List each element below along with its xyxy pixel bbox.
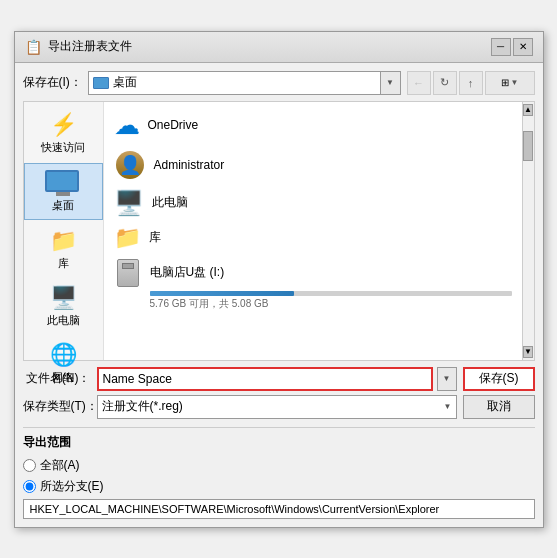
filetype-row: 保存类型(T)： 注册文件(*.reg) ▼ 取消 <box>23 395 535 419</box>
view-chevron-icon: ▼ <box>511 78 519 87</box>
refresh-icon: ↻ <box>440 76 449 89</box>
path-dropdown-arrow[interactable]: ▼ <box>380 72 400 94</box>
up-icon: ↑ <box>468 77 474 89</box>
list-item[interactable]: 📁 库 <box>108 221 518 255</box>
all-radio-label: 全部(A) <box>40 457 80 474</box>
user-icon: 👤 <box>114 149 146 181</box>
close-button[interactable]: ✕ <box>513 38 533 56</box>
desktop-icon-small <box>93 77 109 89</box>
current-path-text: 桌面 <box>113 74 137 91</box>
filetype-value: 注册文件(*.reg) <box>102 398 183 415</box>
usb-connector <box>122 263 134 269</box>
scrollbar-thumb[interactable] <box>523 131 533 161</box>
refresh-button[interactable]: ↻ <box>433 71 457 95</box>
right-panel: ☁ OneDrive 👤 Administrator <box>104 102 522 360</box>
view-icon: ⊞ <box>501 77 509 88</box>
file-item-name: 库 <box>149 229 161 246</box>
cancel-btn-label: 取消 <box>487 398 511 415</box>
list-item[interactable]: 🖥️ 此电脑 <box>108 185 518 221</box>
back-icon: ← <box>413 77 424 89</box>
filename-dropdown[interactable]: ▼ <box>437 367 457 391</box>
path-combo[interactable]: 桌面 ▼ <box>88 71 401 95</box>
all-radio-row: 全部(A) <box>23 457 535 474</box>
title-bar: 📋 导出注册表文件 ─ ✕ <box>15 32 543 63</box>
scrollbar-up-btn[interactable]: ▲ <box>523 104 533 116</box>
desktop-icon <box>45 170 81 196</box>
bottom-fields: 文件名(N)： ▼ 保存(S) 保存类型(T)： 注册文件(*.reg) ▼ <box>23 367 535 419</box>
content-area: ⚡ 快速访问 桌面 📁 库 🖥️ 此电脑 <box>23 101 535 361</box>
file-item-name: OneDrive <box>148 118 199 132</box>
sidebar-computer-label: 此电脑 <box>47 313 80 328</box>
save-location-label: 保存在(I)： <box>23 74 82 91</box>
dialog-title: 导出注册表文件 <box>48 38 485 55</box>
filename-label: 文件名(N)： <box>23 370 91 387</box>
selected-radio-row: 所选分支(E) <box>23 478 535 495</box>
list-item[interactable]: 电脑店U盘 (I:) 5.76 GB 可用，共 5.08 GB <box>108 255 518 315</box>
selected-radio[interactable] <box>23 480 36 493</box>
content-scroll-wrap: ☁ OneDrive 👤 Administrator <box>104 102 534 360</box>
computer-icon: 🖥️ <box>50 285 77 311</box>
export-registry-dialog: 📋 导出注册表文件 ─ ✕ 保存在(I)： 桌面 ▼ ← <box>14 31 544 528</box>
file-item-name: 电脑店U盘 (I:) <box>150 264 225 281</box>
desktop-screen <box>45 170 79 192</box>
chevron-down-icon: ▼ <box>443 374 451 383</box>
sidebar-desktop-label: 桌面 <box>52 198 74 213</box>
sidebar-item-computer[interactable]: 🖥️ 此电脑 <box>24 279 103 334</box>
usb-drive-icon <box>114 259 142 287</box>
cancel-button[interactable]: 取消 <box>463 395 535 419</box>
storage-bar-fill <box>150 291 295 296</box>
nav-buttons: ← ↻ ↑ ⊞ ▼ <box>407 71 535 95</box>
quickaccess-icon: ⚡ <box>50 112 77 138</box>
save-button[interactable]: 保存(S) <box>463 367 535 391</box>
scrollbar[interactable]: ▲ ▼ <box>522 102 534 360</box>
filename-row: 文件名(N)： ▼ 保存(S) <box>23 367 535 391</box>
library-icon: 📁 <box>50 228 77 254</box>
filetype-label: 保存类型(T)： <box>23 398 91 415</box>
view-button[interactable]: ⊞ ▼ <box>485 71 535 95</box>
storage-info-text: 5.76 GB 可用，共 5.08 GB <box>150 298 269 309</box>
export-section: 导出范围 全部(A) 所选分支(E) HKEY_LOCAL_MACHINE\SO… <box>23 427 535 519</box>
scrollbar-down-btn[interactable]: ▼ <box>523 346 533 358</box>
filetype-combo[interactable]: 注册文件(*.reg) ▼ <box>97 395 457 419</box>
back-button[interactable]: ← <box>407 71 431 95</box>
toolbar-row: 保存在(I)： 桌面 ▼ ← ↻ ↑ <box>23 71 535 95</box>
sidebar-item-quickaccess[interactable]: ⚡ 快速访问 <box>24 106 103 161</box>
filename-input[interactable] <box>97 367 433 391</box>
network-icon: 🌐 <box>50 342 77 368</box>
desktop-stand <box>56 192 70 196</box>
sidebar-quickaccess-label: 快速访问 <box>41 140 85 155</box>
file-item-name: Administrator <box>154 158 225 172</box>
left-panel: ⚡ 快速访问 桌面 📁 库 🖥️ 此电脑 <box>24 102 104 360</box>
chevron-down-icon: ▼ <box>386 78 394 87</box>
filename-input-wrap: ▼ <box>97 367 457 391</box>
export-path-display: HKEY_LOCAL_MACHINE\SOFTWARE\Microsoft\Wi… <box>23 499 535 519</box>
title-controls: ─ ✕ <box>491 38 533 56</box>
all-radio[interactable] <box>23 459 36 472</box>
selected-radio-label: 所选分支(E) <box>40 478 104 495</box>
list-item[interactable]: 👤 Administrator <box>108 145 518 185</box>
library-folder-icon: 📁 <box>114 225 141 251</box>
usb-item-header: 电脑店U盘 (I:) <box>114 259 225 287</box>
list-item[interactable]: ☁ OneDrive <box>108 106 518 145</box>
dialog-body: 保存在(I)： 桌面 ▼ ← ↻ ↑ <box>15 63 543 527</box>
filetype-chevron-icon: ▼ <box>444 402 452 411</box>
file-item-name: 此电脑 <box>152 194 188 211</box>
onedrive-icon: ☁ <box>114 110 140 141</box>
dialog-icon: 📋 <box>25 39 42 55</box>
sidebar-library-label: 库 <box>58 256 69 271</box>
thispc-icon: 🖥️ <box>114 189 144 217</box>
minimize-button[interactable]: ─ <box>491 38 511 56</box>
storage-info-wrap: 5.76 GB 可用，共 5.08 GB <box>114 289 512 311</box>
path-combo-inner: 桌面 <box>93 74 396 91</box>
export-section-title: 导出范围 <box>23 434 535 451</box>
sidebar-item-desktop[interactable]: 桌面 <box>24 163 103 220</box>
storage-bar-bg <box>150 291 512 296</box>
up-button[interactable]: ↑ <box>459 71 483 95</box>
sidebar-item-library[interactable]: 📁 库 <box>24 222 103 277</box>
save-btn-label: 保存(S) <box>479 370 519 387</box>
